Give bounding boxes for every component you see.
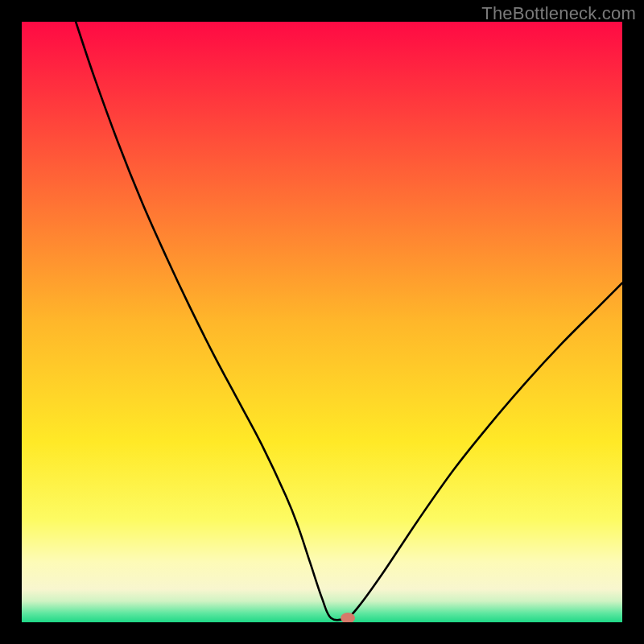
chart-svg [22,22,622,622]
watermark-text: TheBottleneck.com [481,3,636,24]
gradient-background [22,22,622,622]
chart-frame: TheBottleneck.com [0,0,644,644]
chart-plot-area [22,22,622,622]
